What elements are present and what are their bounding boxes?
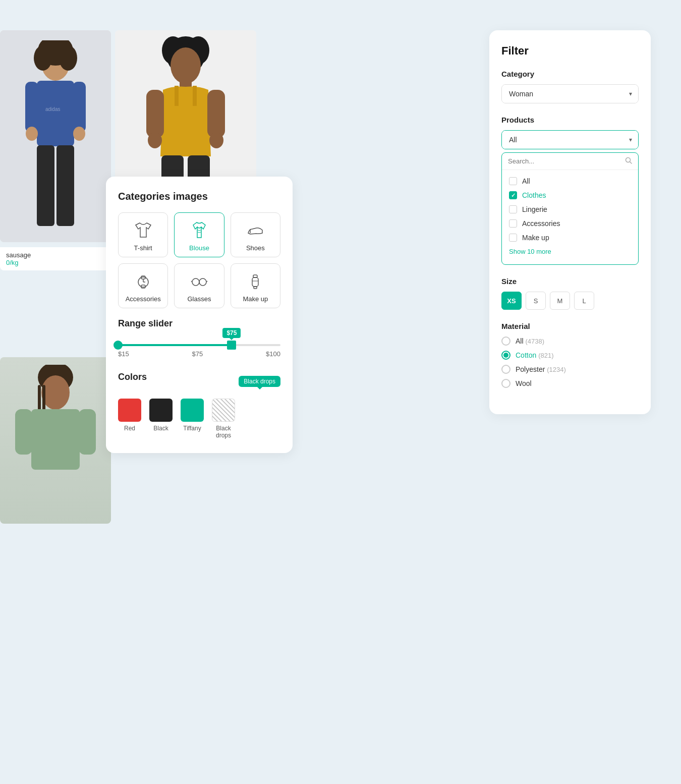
product-image-1[interactable]: adidas [0, 30, 111, 242]
color-swatches: Red Black Tiffany Black drops [118, 399, 280, 439]
svg-rect-29 [31, 409, 80, 470]
category-select[interactable]: Woman Man Kids [502, 85, 638, 103]
material-cotton-label: Cotton (821) [516, 351, 554, 359]
material-wool[interactable]: Wool [501, 379, 639, 388]
material-all-radio[interactable] [501, 337, 510, 346]
category-tshirt[interactable]: T-shirt [118, 212, 168, 257]
category-glasses-label: Glasses [188, 295, 211, 303]
svg-point-38 [199, 278, 206, 286]
search-box [502, 153, 638, 170]
size-btn-xs[interactable]: XS [501, 292, 522, 310]
categories-panel: Categories images T-shirt Blouse [106, 177, 293, 453]
checkbox-lingerie-text: Lingerie [522, 205, 547, 213]
color-red[interactable] [118, 399, 141, 422]
checkbox-clothes[interactable]: Clothes [502, 188, 638, 202]
svg-rect-10 [37, 145, 54, 226]
colors-section: Colors Black drops Red Black Tiffany Bla… [118, 372, 280, 439]
categories-title: Categories images [118, 191, 280, 202]
watch-icon [133, 271, 153, 291]
color-swatch-black-drops[interactable]: Black drops [212, 399, 235, 439]
checkbox-makeup-box[interactable] [509, 234, 517, 242]
color-black-drops-label: Black drops [216, 425, 231, 439]
material-polyester-radio[interactable] [501, 365, 510, 374]
checkbox-accessories[interactable]: Accessories [502, 216, 638, 231]
checkbox-clothes-box[interactable] [509, 191, 517, 199]
colors-header: Colors Black drops [118, 372, 280, 390]
search-icon [625, 157, 632, 165]
checkbox-all[interactable]: All [502, 174, 638, 188]
size-btn-s[interactable]: S [526, 292, 546, 310]
svg-point-3 [59, 45, 77, 71]
show-more-button[interactable]: Show 10 more [502, 245, 638, 260]
color-swatch-black[interactable]: Black [149, 399, 173, 439]
category-blouse[interactable]: Blouse [174, 212, 224, 257]
category-accessories[interactable]: Accessories [118, 263, 168, 308]
svg-point-22 [209, 132, 223, 148]
material-cotton[interactable]: Cotton (821) [501, 351, 639, 360]
slider-container: $75 [118, 344, 280, 346]
color-tiffany[interactable] [181, 399, 204, 422]
product-name: sausage [6, 251, 105, 259]
slider-fill [118, 344, 232, 346]
color-swatch-tiffany[interactable]: Tiffany [181, 399, 204, 439]
product-image-3[interactable] [0, 357, 111, 524]
products-search-dropdown: All Clothes Lingerie Accessories Make up [501, 152, 639, 265]
size-btn-m[interactable]: M [550, 292, 570, 310]
svg-rect-19 [146, 90, 164, 138]
slider-thumb-left[interactable] [114, 341, 123, 350]
material-polyester[interactable]: Polyester (1234) [501, 365, 639, 374]
svg-rect-17 [175, 86, 179, 106]
material-polyester-label: Polyester (1234) [516, 365, 566, 373]
material-wool-radio[interactable] [501, 379, 510, 388]
color-swatch-red[interactable]: Red [118, 399, 141, 439]
material-all[interactable]: All (4738) [501, 337, 639, 346]
svg-rect-6 [25, 82, 38, 132]
checkbox-lingerie-box[interactable] [509, 205, 517, 213]
checkbox-list: All Clothes Lingerie Accessories Make up [502, 170, 638, 264]
svg-rect-30 [15, 409, 32, 455]
glasses-icon [189, 271, 209, 291]
svg-rect-44 [252, 277, 258, 287]
checkbox-all-text: All [522, 177, 530, 185]
slider-labels: $15 $75 $100 [118, 350, 280, 358]
checkbox-makeup-text: Make up [522, 234, 549, 242]
products-select[interactable]: All Clothes Lingerie Accessories Make up [502, 131, 638, 149]
category-accessories-label: Accessories [126, 295, 161, 303]
svg-rect-45 [254, 287, 257, 289]
checkbox-all-box[interactable] [509, 177, 517, 185]
svg-rect-20 [207, 90, 225, 138]
material-all-label: All (4738) [516, 337, 544, 345]
checkbox-accessories-box[interactable] [509, 219, 517, 228]
svg-point-2 [34, 45, 52, 71]
products-select-wrapper: All Clothes Lingerie Accessories Make up… [501, 130, 639, 149]
color-black[interactable] [149, 399, 173, 422]
material-cotton-radio[interactable] [501, 351, 510, 360]
filter-size-label: Size [501, 277, 639, 286]
size-btn-l[interactable]: L [574, 292, 594, 310]
filter-title: Filter [501, 44, 639, 58]
category-shoes[interactable]: Shoes [231, 212, 280, 257]
filter-panel: Filter Category Woman Man Kids ▾ Product… [489, 30, 651, 414]
color-tooltip: Black drops [239, 376, 280, 387]
filter-products-section: Products All Clothes Lingerie Accessorie… [501, 116, 639, 265]
category-glasses[interactable]: Glasses [174, 263, 224, 308]
filter-size-section: Size XS S M L [501, 277, 639, 310]
category-makeup[interactable]: Make up [231, 263, 280, 308]
svg-text:adidas: adidas [45, 106, 60, 112]
slider-track: $75 [118, 344, 280, 346]
color-tiffany-label: Tiffany [183, 425, 201, 432]
color-black-drops[interactable] [212, 399, 235, 422]
color-black-label: Black [153, 425, 168, 432]
makeup-icon [245, 271, 265, 291]
range-slider-title: Range slider [118, 318, 280, 329]
search-input[interactable] [508, 157, 621, 165]
category-tshirt-label: T-shirt [134, 244, 152, 252]
material-radio-list: All (4738) Cotton (821) Polyester (1234) [501, 337, 639, 388]
checkbox-lingerie[interactable]: Lingerie [502, 202, 638, 216]
blouse-icon [189, 220, 209, 240]
slider-thumb-right[interactable] [227, 341, 236, 350]
svg-rect-31 [79, 409, 96, 455]
svg-point-21 [148, 132, 162, 148]
checkbox-makeup[interactable]: Make up [502, 231, 638, 245]
slider-tooltip: $75 [222, 328, 241, 338]
